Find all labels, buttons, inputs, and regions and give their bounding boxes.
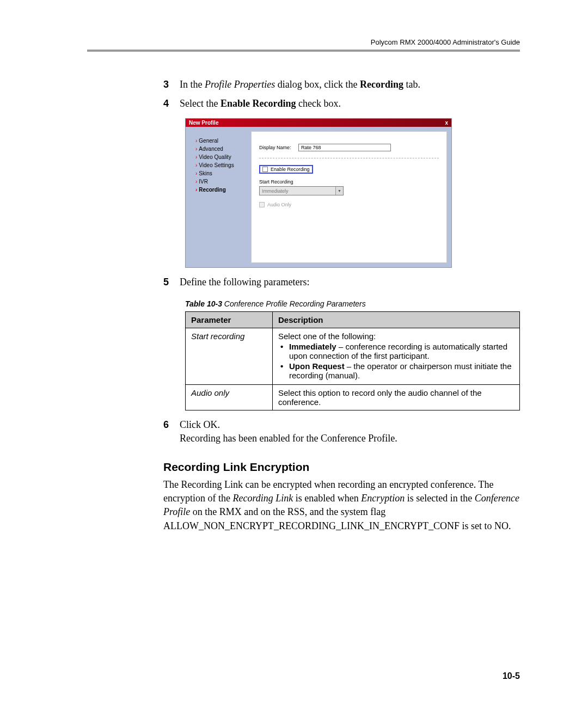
step-4: 4 Select the Enable Recording check box. xyxy=(87,97,520,111)
text: In the xyxy=(180,79,205,90)
step-num: 4 xyxy=(163,97,180,111)
sidebar-item-recording[interactable]: ›Recording xyxy=(195,186,247,194)
text: dialog box, click the xyxy=(275,79,360,90)
caption-text: Conference Profile Recording Parameters xyxy=(222,299,366,308)
table-row: Audio only Select this option to record … xyxy=(186,384,520,410)
sidebar-item-video-quality[interactable]: ›Video Quality xyxy=(195,153,247,161)
step-3: 3 In the Profile Properties dialog box, … xyxy=(87,78,520,91)
display-name-input[interactable]: Rate 768 xyxy=(298,144,391,151)
text-italic: Profile Properties xyxy=(205,79,275,90)
checkbox-icon xyxy=(262,167,268,172)
start-recording-label: Start Recording xyxy=(259,179,439,185)
param-desc: Select one of the following: Immediately… xyxy=(273,328,520,384)
step-body: Click OK. Recording has been enabled for… xyxy=(180,418,520,445)
select-value: Immediately xyxy=(262,188,289,194)
sidebar-item-advanced[interactable]: ›Advanced xyxy=(195,145,247,153)
dialog: New Profile x ›General ›Advanced ›Video … xyxy=(185,118,452,268)
text-bold: Recording xyxy=(360,79,403,90)
header-rule xyxy=(87,50,520,52)
text-italic: Encryption xyxy=(361,493,405,504)
start-recording-select[interactable]: Immediately ▼ xyxy=(259,186,344,195)
step-5: 5 Define the following parameters: xyxy=(87,275,520,289)
text: tab. xyxy=(403,79,420,90)
step-num: 3 xyxy=(163,78,180,91)
text: is selected in the xyxy=(405,493,474,504)
checkbox-icon xyxy=(259,202,265,207)
step-num: 5 xyxy=(163,275,180,289)
step-6: 6 Click OK. Recording has been enabled f… xyxy=(87,418,520,445)
chevron-down-icon: ▼ xyxy=(335,187,343,195)
text: Click OK. xyxy=(180,419,220,430)
text: Recording has been enabled for the Confe… xyxy=(180,433,397,444)
header-title: Polycom RMX 2000/4000 Administrator's Gu… xyxy=(87,38,520,46)
text: Select one of the following: xyxy=(278,332,376,341)
dialog-screenshot: New Profile x ›General ›Advanced ›Video … xyxy=(185,118,520,268)
step-body: Define the following parameters: xyxy=(180,275,520,289)
dialog-title-text: New Profile xyxy=(189,120,218,126)
text-bold: Enable Recording xyxy=(220,98,296,109)
param-name: Start recording xyxy=(186,328,273,384)
divider xyxy=(259,158,439,158)
text: Select the xyxy=(180,98,220,109)
checkbox-label: Audio Only xyxy=(267,202,291,207)
table-caption: Table 10-3 Conference Profile Recording … xyxy=(185,299,520,308)
text-italic: Recording Link xyxy=(232,493,293,504)
sidebar-item-ivr[interactable]: ›IVR xyxy=(195,177,247,186)
text: on the RMX and on the RSS, and the syste… xyxy=(190,506,385,517)
text: is enabled when xyxy=(293,493,361,504)
text: check box. xyxy=(296,98,341,109)
text-bold: Immediately xyxy=(289,342,336,351)
th-description: Description xyxy=(273,311,520,328)
section-paragraph: The Recording Link can be encrypted when… xyxy=(163,478,520,533)
text: ALLOW_NON_ENCRYPT_RECORDING_LINK_IN_ENCR… xyxy=(163,520,511,531)
sidebar-item-general[interactable]: ›General xyxy=(195,137,247,145)
enable-recording-checkbox[interactable]: Enable Recording xyxy=(259,165,313,174)
checkbox-label: Enable Recording xyxy=(271,167,310,172)
param-desc: Select this option to record only the au… xyxy=(273,384,520,410)
param-name: Audio only xyxy=(186,384,273,410)
parameters-table: Parameter Description Start recording Se… xyxy=(185,311,520,410)
page-number: 10-5 xyxy=(503,671,520,681)
step-body: Select the Enable Recording check box. xyxy=(180,97,520,111)
caption-num: Table 10-3 xyxy=(185,299,222,308)
audio-only-checkbox[interactable]: Audio Only xyxy=(259,202,439,207)
display-name-label: Display Name: xyxy=(259,145,298,150)
dialog-sidebar: ›General ›Advanced ›Video Quality ›Video… xyxy=(186,127,251,267)
th-parameter: Parameter xyxy=(186,311,273,328)
text-bold: Upon Request xyxy=(289,361,345,371)
table-row: Start recording Select one of the follow… xyxy=(186,328,520,384)
step-num: 6 xyxy=(163,418,180,445)
dialog-main: Display Name: Rate 768 Enable Recording … xyxy=(251,131,447,263)
sidebar-item-video-settings[interactable]: ›Video Settings xyxy=(195,161,247,169)
close-icon[interactable]: x xyxy=(445,120,448,126)
step-body: In the Profile Properties dialog box, cl… xyxy=(180,78,520,91)
section-heading: Recording Link Encryption xyxy=(163,461,520,474)
sidebar-item-skins[interactable]: ›Skins xyxy=(195,169,247,177)
dialog-titlebar: New Profile x xyxy=(186,119,451,127)
